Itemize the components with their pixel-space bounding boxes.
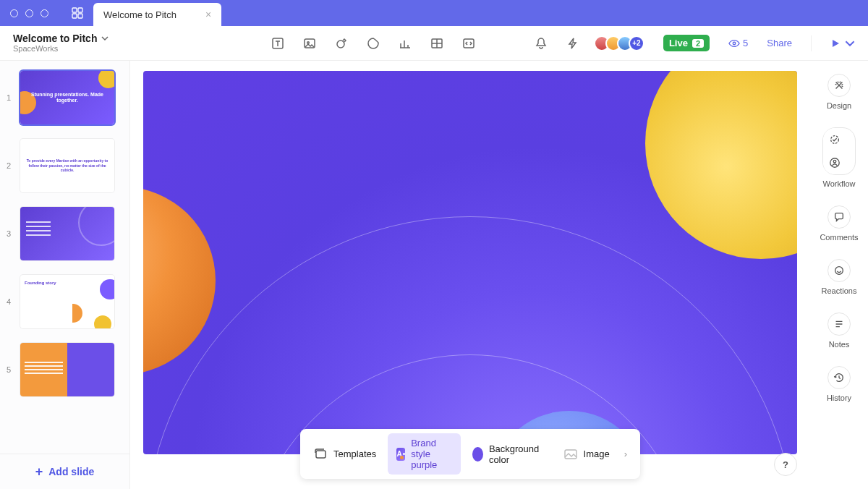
divider bbox=[811, 35, 812, 51]
notes-panel-button[interactable]: Notes bbox=[827, 312, 851, 349]
document-title: Welcome to Pitch bbox=[13, 33, 97, 44]
share-button[interactable]: Share bbox=[767, 38, 792, 48]
chart-tool-icon[interactable] bbox=[399, 37, 412, 50]
person-circle-icon bbox=[829, 157, 841, 169]
design-panel-button[interactable]: Design bbox=[827, 74, 851, 110]
slide-number: 2 bbox=[3, 161, 14, 170]
slide-thumbnail[interactable]: 2 To provide every Martian with an oppor… bbox=[0, 136, 129, 195]
reactions-label: Reactions bbox=[822, 286, 857, 295]
reactions-panel-button[interactable]: Reactions bbox=[822, 259, 857, 295]
svg-rect-0 bbox=[72, 8, 77, 12]
slide-canvas[interactable] bbox=[143, 71, 797, 454]
window-zoom-icon[interactable] bbox=[41, 9, 48, 17]
background-swatch-icon bbox=[472, 447, 483, 462]
window-controls bbox=[0, 0, 59, 26]
live-count-badge: 2 bbox=[692, 39, 704, 48]
brand-style-label: Brand style purple bbox=[411, 438, 452, 470]
toolbar: Welcome to Pitch SpaceWorks +2 Live 2 5 bbox=[0, 26, 868, 61]
present-button[interactable] bbox=[830, 38, 855, 48]
sticker-tool-icon[interactable] bbox=[367, 37, 380, 50]
collaborator-avatars[interactable]: +2 bbox=[598, 35, 644, 51]
svg-rect-3 bbox=[78, 14, 82, 18]
svg-rect-1 bbox=[78, 8, 82, 12]
notes-icon bbox=[833, 318, 845, 330]
templates-icon bbox=[313, 447, 328, 462]
lightning-icon[interactable] bbox=[566, 37, 579, 50]
history-panel-button[interactable]: History bbox=[827, 366, 851, 402]
history-label: History bbox=[827, 394, 851, 402]
svg-point-10 bbox=[733, 42, 736, 45]
slide-number: 4 bbox=[3, 297, 14, 306]
svg-point-6 bbox=[307, 41, 310, 43]
decorative-sphere-yellow bbox=[645, 71, 797, 259]
slide-thumbnail[interactable]: 5 bbox=[0, 340, 129, 399]
tab-title: Welcome to Pitch bbox=[103, 9, 176, 20]
view-count-value: 5 bbox=[743, 38, 748, 48]
help-button[interactable]: ? bbox=[774, 453, 797, 476]
svg-point-7 bbox=[337, 41, 344, 48]
chevron-down-icon bbox=[845, 38, 855, 48]
workflow-label: Workflow bbox=[822, 179, 855, 188]
brand-style-button[interactable]: A Brand style purple bbox=[388, 433, 461, 475]
chevron-down-icon bbox=[101, 35, 109, 42]
add-slide-label: Add slide bbox=[48, 466, 94, 477]
image-swatch-icon bbox=[563, 447, 578, 462]
background-label: Background color bbox=[489, 443, 543, 465]
tab-close-icon[interactable]: × bbox=[205, 9, 211, 20]
toolbar-tools: +2 Live 2 5 Share bbox=[271, 35, 855, 51]
slide-list: 1 Stunning presentations. Made together.… bbox=[0, 61, 129, 454]
right-rail: Design Workflow Comments Reactions Notes… bbox=[810, 61, 868, 489]
comments-label: Comments bbox=[820, 233, 858, 242]
embed-tool-icon[interactable] bbox=[462, 37, 475, 50]
title-bar: Welcome to Pitch × bbox=[0, 0, 868, 26]
chevron-right-icon: › bbox=[624, 448, 627, 459]
app-switcher-icon[interactable] bbox=[59, 0, 93, 26]
slide-style-toolbar: Templates A Brand style purple Backgroun… bbox=[300, 429, 640, 479]
image-option-button[interactable]: Image › bbox=[555, 443, 636, 466]
window-close-icon[interactable] bbox=[10, 9, 18, 17]
workflow-assign-button[interactable] bbox=[823, 151, 846, 174]
image-tool-icon[interactable] bbox=[303, 37, 316, 50]
table-tool-icon[interactable] bbox=[430, 37, 443, 50]
templates-button[interactable]: Templates bbox=[305, 443, 385, 466]
notifications-icon[interactable] bbox=[535, 37, 548, 50]
svg-rect-12 bbox=[565, 450, 576, 459]
slide-thumbnail[interactable]: 4 Founding story bbox=[0, 272, 129, 331]
text-tool-icon[interactable] bbox=[271, 37, 284, 50]
workflow-panel-group: Workflow bbox=[822, 127, 855, 188]
play-icon bbox=[830, 38, 841, 48]
brand-style-icon: A bbox=[396, 448, 405, 461]
background-color-button[interactable]: Background color bbox=[464, 439, 551, 469]
thumbnail-preview: Founding story bbox=[20, 275, 114, 328]
history-icon bbox=[833, 372, 845, 383]
comment-icon bbox=[833, 211, 845, 223]
svg-point-16 bbox=[835, 267, 843, 275]
help-label: ? bbox=[783, 459, 788, 470]
comments-panel-button[interactable]: Comments bbox=[820, 205, 858, 242]
avatar-overflow: +2 bbox=[629, 35, 644, 51]
workflow-status-button[interactable] bbox=[823, 128, 846, 151]
notes-label: Notes bbox=[829, 340, 850, 349]
thumbnail-preview: Stunning presentations. Made together. bbox=[20, 71, 114, 124]
slide-number: 3 bbox=[3, 229, 14, 238]
view-count[interactable]: 5 bbox=[728, 38, 748, 49]
workspace-name: SpaceWorks bbox=[13, 44, 109, 53]
slide-thumbnail[interactable]: 3 bbox=[0, 204, 129, 263]
document-meta[interactable]: Welcome to Pitch SpaceWorks bbox=[13, 33, 109, 53]
slide-panel: 1 Stunning presentations. Made together.… bbox=[0, 61, 130, 489]
add-slide-button[interactable]: + Add slide bbox=[0, 454, 129, 489]
image-label: Image bbox=[584, 448, 610, 459]
canvas-area: Templates A Brand style purple Backgroun… bbox=[130, 61, 810, 489]
slide-thumbnail[interactable]: 1 Stunning presentations. Made together. bbox=[0, 68, 129, 127]
shape-tool-icon[interactable] bbox=[335, 37, 348, 50]
svg-point-15 bbox=[834, 160, 837, 163]
eye-icon bbox=[728, 38, 740, 49]
check-circle-icon bbox=[829, 134, 841, 145]
window-minimize-icon[interactable] bbox=[25, 9, 33, 17]
design-label: Design bbox=[827, 101, 851, 110]
live-button[interactable]: Live 2 bbox=[663, 35, 710, 51]
slide-number: 1 bbox=[3, 93, 14, 102]
document-tab[interactable]: Welcome to Pitch × bbox=[93, 3, 221, 26]
design-icon bbox=[833, 80, 845, 91]
slide-number: 5 bbox=[3, 365, 14, 374]
